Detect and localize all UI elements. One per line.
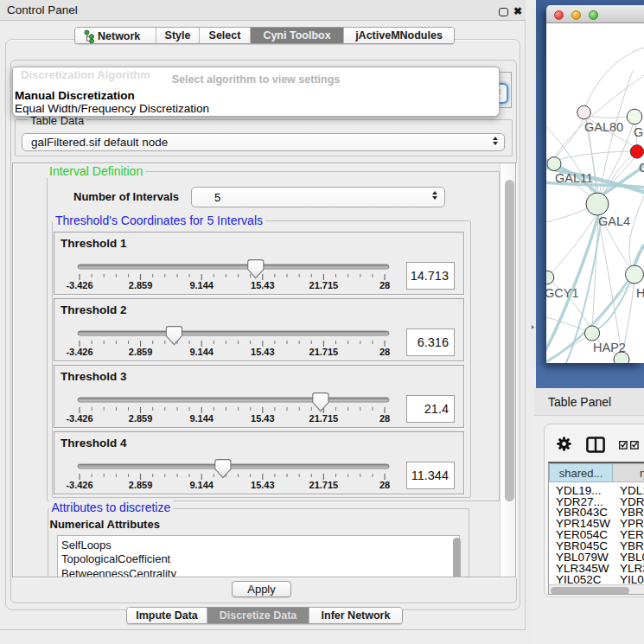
- svg-text:15.43: 15.43: [251, 280, 275, 290]
- svg-text:28: 28: [379, 413, 390, 424]
- svg-text:-3.426: -3.426: [66, 280, 92, 290]
- svg-text:GCY1: GCY1: [546, 286, 579, 300]
- svg-text:21.715: 21.715: [309, 280, 339, 290]
- svg-text:15.43: 15.43: [251, 480, 275, 490]
- svg-text:-3.426: -3.426: [66, 347, 92, 357]
- svg-text:21.715: 21.715: [309, 413, 339, 424]
- svg-text:9.144: 9.144: [189, 413, 214, 424]
- svg-text:28: 28: [379, 347, 390, 357]
- svg-text:9.144: 9.144: [189, 280, 214, 290]
- svg-text:28: 28: [379, 480, 390, 490]
- svg-text:-3.426: -3.426: [66, 413, 92, 424]
- svg-text:15.43: 15.43: [251, 413, 275, 424]
- svg-text:C: C: [639, 161, 644, 175]
- svg-text:21.715: 21.715: [309, 347, 339, 357]
- svg-text:HAP2: HAP2: [593, 341, 626, 354]
- svg-text:-3.426: -3.426: [66, 480, 92, 490]
- svg-text:GAL11: GAL11: [555, 171, 593, 185]
- svg-text:2.859: 2.859: [129, 413, 153, 424]
- svg-text:21.715: 21.715: [309, 480, 339, 490]
- svg-text:2.859: 2.859: [129, 280, 153, 290]
- svg-text:GAL80: GAL80: [584, 120, 623, 134]
- svg-text:15.43: 15.43: [251, 347, 275, 357]
- svg-text:9.144: 9.144: [189, 347, 214, 357]
- svg-text:2.859: 2.859: [129, 347, 153, 357]
- svg-text:GAL4: GAL4: [598, 214, 630, 228]
- svg-text:H: H: [636, 286, 644, 300]
- svg-text:2.859: 2.859: [129, 480, 153, 490]
- svg-text:G.: G.: [634, 125, 644, 139]
- svg-text:28: 28: [379, 280, 390, 290]
- svg-text:9.144: 9.144: [189, 480, 214, 490]
